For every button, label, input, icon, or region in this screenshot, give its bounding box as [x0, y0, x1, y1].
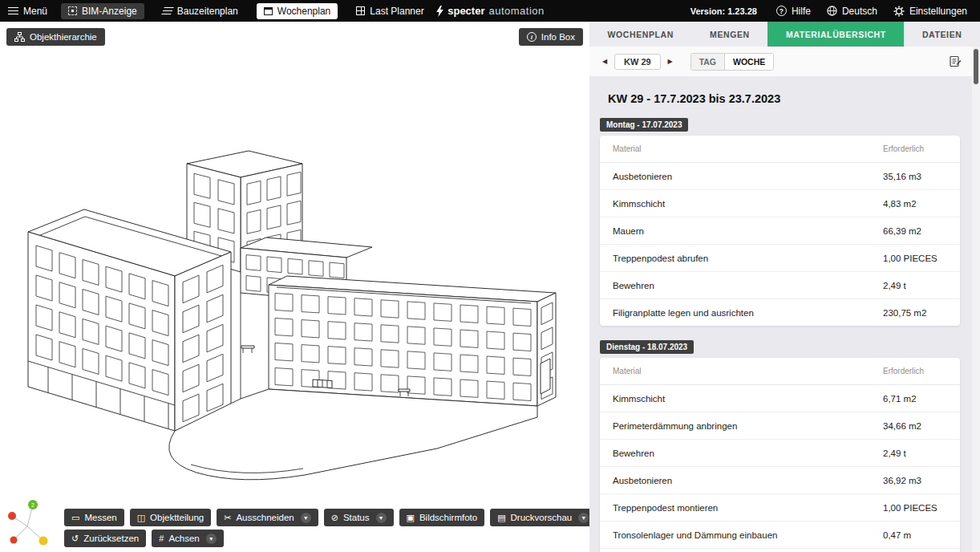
- required-column-header: Erforderlich: [883, 367, 947, 375]
- achsen-button[interactable]: # Achsen ▾: [152, 530, 223, 547]
- required-value: 230,75 m2: [883, 308, 947, 318]
- day-badge-tuesday: Dienstag - 18.07.2023: [600, 340, 694, 354]
- axes-icon: #: [159, 534, 164, 543]
- table-row: Bewehren2,49 t: [600, 272, 960, 299]
- brand-suffix: automation: [488, 5, 544, 17]
- layers-icon: [161, 7, 174, 14]
- axis-ball-yellow: [39, 537, 48, 546]
- table-row: Kimmschicht4,83 m2: [600, 190, 960, 217]
- version-label: Version: 1.23.28: [679, 6, 768, 16]
- table-row: Bewehren2,49 t: [600, 440, 960, 467]
- required-value: 35,16 m3: [883, 172, 947, 181]
- split-icon: ◫: [137, 513, 145, 522]
- tab-wochenplan[interactable]: WOCHENPLAN: [589, 22, 692, 47]
- week-heading: KW 29 - 17.7.2023 bis 23.7.2023: [608, 92, 960, 105]
- viewport-toolbar-row1: ▭ Messen ◫ Objektteilung ✂ Ausschneiden …: [64, 509, 589, 526]
- menu-button[interactable]: Menü: [0, 0, 55, 22]
- next-week-button[interactable]: ▶: [663, 54, 678, 70]
- messen-button[interactable]: ▭ Messen: [64, 509, 124, 526]
- nav-last-planner-label: Last Planner: [370, 6, 423, 17]
- table-row: Tronsolenlager und Dämmung einbauen0,47 …: [600, 522, 960, 549]
- druckvorschau-label: Druckvorschau: [511, 513, 573, 522]
- day-badge-monday: Montag - 17.07.2023: [600, 118, 688, 132]
- nav-last-planner[interactable]: Last Planner: [349, 3, 431, 19]
- required-value: 34,66 m2: [883, 421, 947, 431]
- nav-wochenplan[interactable]: Wochenplan: [257, 3, 338, 19]
- achsen-label: Achsen: [168, 534, 199, 543]
- tab-dateien[interactable]: DATEIEN: [904, 22, 980, 47]
- material-table-monday: Material Erforderlich Ausbetonieren35,16…: [600, 136, 960, 326]
- tab-materialuebersicht[interactable]: MATERIALÜBERSICHT: [767, 22, 904, 47]
- nav-bauzeitenplan[interactable]: Bauzeitenplan: [156, 3, 245, 19]
- material-table-tuesday: Material Erforderlich Kimmschicht6,71 m2…: [600, 358, 960, 552]
- status-button[interactable]: ⊘ Status ▾: [324, 509, 394, 526]
- report-icon: [950, 55, 962, 67]
- week-selector[interactable]: KW 29: [614, 54, 661, 70]
- info-box-button[interactable]: i Info Box: [519, 28, 583, 46]
- hamburger-icon: [8, 7, 18, 14]
- material-name: Kimmschicht: [613, 394, 665, 404]
- object-hierarchy-label: Objekthierarchie: [30, 32, 97, 42]
- material-name: Treppenpodest montieren: [613, 503, 718, 513]
- viewport-toolbar-row2: ↺ Zurücksetzen # Achsen ▾: [64, 530, 224, 547]
- chevron-down-icon[interactable]: ▾: [376, 513, 387, 523]
- toggle-tag[interactable]: TAG: [691, 54, 724, 70]
- chevron-down-icon[interactable]: ▾: [578, 513, 589, 523]
- object-hierarchy-button[interactable]: Objekthierarchie: [6, 28, 105, 46]
- nav-wochenplan-label: Wochenplan: [277, 6, 331, 17]
- lightning-icon: [435, 6, 443, 17]
- scrollbar-thumb[interactable]: [974, 49, 978, 84]
- bildschirmfoto-button[interactable]: ▣ Bildschirmfoto: [399, 509, 485, 526]
- panel-scrollbar[interactable]: [972, 47, 980, 552]
- nav-bim-anzeige[interactable]: BIM-Anzeige: [61, 3, 144, 19]
- globe-icon: [827, 6, 837, 16]
- axis-label: 2: [31, 502, 34, 508]
- required-value: 6,71 m2: [883, 394, 947, 404]
- material-name: Ausbetonieren: [613, 476, 672, 485]
- ausschneiden-button[interactable]: ✂ Ausschneiden ▾: [217, 509, 318, 526]
- material-name: Bewehren: [613, 448, 654, 458]
- material-panel: WOCHENPLAN MENGEN MATERIALÜBERSICHT DATE…: [589, 22, 980, 552]
- axis-ball-red-2: [10, 537, 18, 544]
- chevron-down-icon[interactable]: ▾: [301, 513, 311, 523]
- language-button[interactable]: Deutsch: [819, 0, 885, 22]
- required-value: 66,39 m2: [883, 226, 947, 236]
- bim-building-model[interactable]: [0, 46, 589, 551]
- material-name: Bewehren: [613, 281, 654, 290]
- print-icon: ▤: [497, 513, 505, 522]
- grid-icon: [356, 6, 365, 15]
- table-row: Treppenpodest abrufen1,00 PIECES: [600, 245, 960, 272]
- required-value: 2,49 t: [883, 448, 947, 458]
- axes-gizmo[interactable]: 2: [3, 494, 55, 547]
- gear-icon: [893, 6, 905, 17]
- settings-button[interactable]: Einstellungen: [885, 0, 975, 22]
- topbar-right: Version: 1.23.28 ? Hilfe Deutsch: [679, 0, 975, 22]
- messen-label: Messen: [84, 513, 116, 522]
- toggle-woche[interactable]: WOCHE: [724, 54, 773, 70]
- material-name: Treppenpodest abrufen: [613, 254, 708, 263]
- calendar-icon: [264, 7, 273, 15]
- report-button[interactable]: [946, 53, 964, 71]
- language-label: Deutsch: [842, 6, 877, 17]
- zuruecksetzen-label: Zurücksetzen: [83, 534, 139, 543]
- objektteilung-button[interactable]: ◫ Objektteilung: [130, 509, 212, 526]
- settings-label: Einstellungen: [909, 6, 967, 17]
- material-name: Kimmschicht: [613, 199, 665, 209]
- chevron-down-icon[interactable]: ▾: [206, 534, 217, 544]
- info-icon: i: [527, 32, 537, 42]
- druckvorschau-button[interactable]: ▤ Druckvorschau ▾: [490, 509, 589, 526]
- measure-icon: ▭: [71, 513, 79, 522]
- prev-week-button[interactable]: ◀: [597, 54, 612, 70]
- required-value: 2,49 t: [883, 281, 947, 290]
- zuruecksetzen-button[interactable]: ↺ Zurücksetzen: [64, 530, 146, 547]
- material-column-header: Material: [613, 367, 642, 375]
- tab-mengen[interactable]: MENGEN: [692, 22, 768, 47]
- bildschirmfoto-label: Bildschirmfoto: [419, 513, 477, 522]
- help-button[interactable]: ? Hilfe: [768, 0, 819, 22]
- table-row: Ausbetonieren35,16 m3: [600, 163, 960, 190]
- bim-3d-viewport[interactable]: Objekthierarchie i Info Box: [0, 22, 589, 552]
- material-overview-content: KW 29 - 17.7.2023 bis 23.7.2023 Montag -…: [589, 76, 972, 552]
- scissors-icon: ✂: [224, 513, 231, 522]
- material-name: Perimeterdämmung anbringen: [613, 421, 737, 431]
- day-week-toggle: TAG WOCHE: [690, 53, 775, 71]
